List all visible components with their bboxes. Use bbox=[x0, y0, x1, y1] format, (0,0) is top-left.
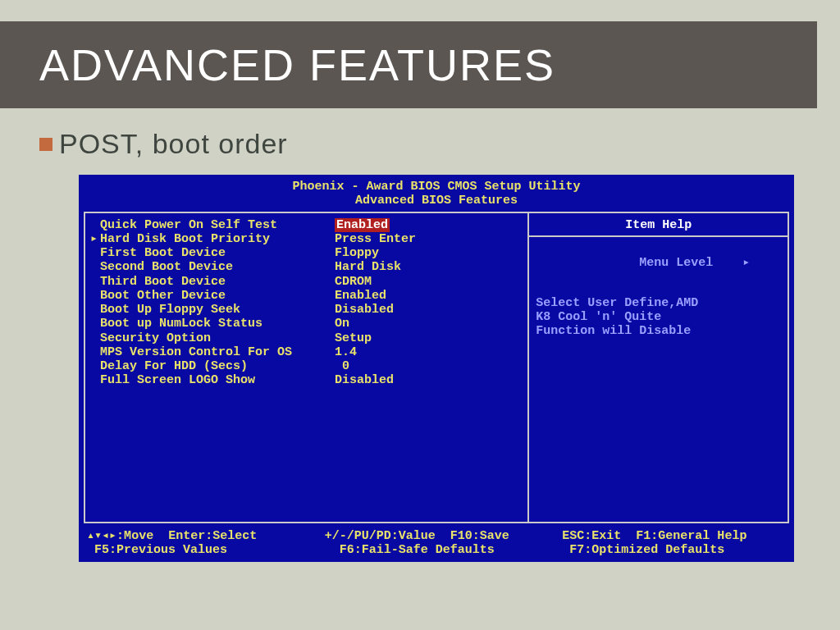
bios-setting-value[interactable]: Disabled bbox=[335, 303, 394, 317]
bios-setting-label: Boot Other Device bbox=[89, 289, 335, 303]
bios-setting-value[interactable]: Hard Disk bbox=[335, 260, 401, 274]
bios-setting-row[interactable]: Boot up NumLock StatusOn bbox=[89, 317, 524, 331]
footer-previous: F5:Previous Values bbox=[87, 543, 325, 557]
bios-setting-label: Third Boot Device bbox=[89, 275, 335, 289]
bios-setting-value[interactable]: Floppy bbox=[335, 246, 379, 260]
bios-setting-label: First Boot Device bbox=[89, 246, 335, 260]
bios-setting-row[interactable]: Second Boot DeviceHard Disk bbox=[89, 260, 524, 274]
slide-title: ADVANCED FEATURES bbox=[39, 39, 817, 90]
help-body-text: Select User Define,AMD K8 Cool 'n' Quite… bbox=[536, 296, 781, 339]
bios-setting-value[interactable]: Press Enter bbox=[335, 232, 416, 246]
bios-setting-label: Second Boot Device bbox=[89, 260, 335, 274]
bios-setting-row[interactable]: First Boot DeviceFloppy bbox=[89, 246, 524, 260]
bullet-text: POST, boot order bbox=[59, 128, 288, 160]
bios-setting-row[interactable]: Quick Power On Self TestEnabled bbox=[89, 218, 524, 232]
bios-setting-row[interactable]: Full Screen LOGO ShowDisabled bbox=[89, 373, 524, 387]
bios-setting-value[interactable]: 1.4 bbox=[335, 345, 357, 359]
bios-setting-label: Boot Up Floppy Seek bbox=[89, 303, 335, 317]
bios-setting-label: Quick Power On Self Test bbox=[89, 218, 335, 232]
bios-help-panel: Item Help Menu Level ▸ Select User Defin… bbox=[527, 213, 788, 522]
footer-failsafe: F6:Fail-Safe Defaults bbox=[325, 543, 563, 557]
bios-setting-label: ▸Hard Disk Boot Priority bbox=[89, 232, 335, 246]
bios-setting-label: Delay For HDD (Secs) bbox=[89, 359, 335, 373]
footer-move-select: ▴▾◂▸:Move Enter:Select bbox=[87, 529, 325, 543]
bios-setting-label: Full Screen LOGO Show bbox=[89, 373, 335, 387]
bios-setting-row[interactable]: Boot Up Floppy SeekDisabled bbox=[89, 303, 524, 317]
bios-setting-value[interactable]: CDROM bbox=[335, 275, 372, 289]
slide-content: POST, boot order Phoenix - Award BIOS CM… bbox=[0, 108, 840, 562]
bios-setting-row[interactable]: Third Boot DeviceCDROM bbox=[89, 275, 524, 289]
help-menu-level: Menu Level ▸ bbox=[536, 242, 781, 285]
help-divider bbox=[529, 235, 788, 237]
bios-setting-value[interactable]: Disabled bbox=[335, 373, 394, 387]
pointer-icon: ▸ bbox=[90, 232, 98, 246]
bios-setting-value[interactable]: On bbox=[335, 317, 349, 331]
bios-settings-panel[interactable]: Quick Power On Self TestEnabled▸Hard Dis… bbox=[85, 213, 527, 522]
slide-title-bar: ADVANCED FEATURES bbox=[0, 21, 817, 108]
menu-level-label: Menu Level bbox=[639, 256, 713, 270]
bios-header-line2: Advanced BIOS Features bbox=[79, 194, 794, 208]
bios-setting-row[interactable]: Boot Other DeviceEnabled bbox=[89, 289, 524, 303]
bios-setting-label: Boot up NumLock Status bbox=[89, 317, 335, 331]
bios-setting-label: Security Option bbox=[89, 331, 335, 345]
bios-setting-row[interactable]: Security OptionSetup bbox=[89, 331, 524, 345]
bios-setting-value[interactable]: Enabled bbox=[335, 218, 390, 232]
bios-setting-row[interactable]: MPS Version Control For OS1.4 bbox=[89, 345, 524, 359]
bios-setting-value[interactable]: Enabled bbox=[335, 289, 386, 303]
bios-screen: Phoenix - Award BIOS CMOS Setup Utility … bbox=[79, 175, 794, 562]
bullet-row: POST, boot order bbox=[39, 128, 801, 160]
bios-setting-value[interactable]: Setup bbox=[335, 331, 372, 345]
bios-setting-label: MPS Version Control For OS bbox=[89, 345, 335, 359]
footer-exit-help: ESC:Exit F1:General Help bbox=[562, 529, 786, 543]
footer-value-save: +/-/PU/PD:Value F10:Save bbox=[325, 529, 563, 543]
bios-screenshot: Phoenix - Award BIOS CMOS Setup Utility … bbox=[79, 175, 794, 562]
bios-header-line1: Phoenix - Award BIOS CMOS Setup Utility bbox=[79, 180, 794, 194]
chevron-right-icon: ▸ bbox=[742, 256, 750, 270]
bios-setting-row[interactable]: Delay For HDD (Secs) 0 bbox=[89, 359, 524, 373]
footer-optimized: F7:Optimized Defaults bbox=[562, 543, 786, 557]
bios-setting-row[interactable]: ▸Hard Disk Boot PriorityPress Enter bbox=[89, 232, 524, 246]
bios-main-box: Quick Power On Self TestEnabled▸Hard Dis… bbox=[84, 212, 789, 523]
bios-setting-value[interactable]: 0 bbox=[335, 359, 349, 373]
help-title: Item Help bbox=[536, 218, 781, 235]
bios-footer: ▴▾◂▸:Move Enter:Select +/-/PU/PD:Value F… bbox=[79, 527, 794, 558]
slide: ADVANCED FEATURES POST, boot order Phoen… bbox=[0, 21, 840, 630]
bullet-icon bbox=[39, 138, 52, 151]
